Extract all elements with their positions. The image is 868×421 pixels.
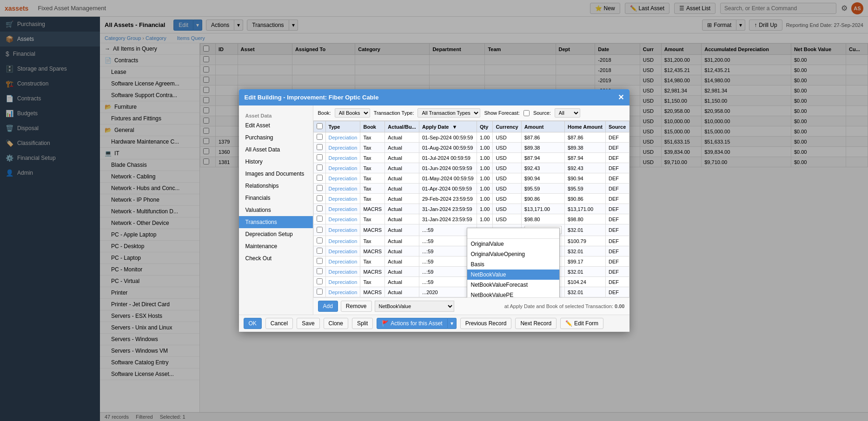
transaction-table-wrapper: Type Book Actual/Bu... Apply Date ▼ Qty … <box>313 121 629 297</box>
modal-close-button[interactable]: ✕ <box>618 93 624 102</box>
nav-depreciation-setup[interactable]: Depreciation Setup <box>239 228 313 240</box>
nav-purchasing[interactable]: Purchasing <box>239 132 313 144</box>
dropdown-search-input[interactable] <box>467 228 559 239</box>
trans-row-checkbox[interactable] <box>317 134 323 140</box>
nav-history[interactable]: History <box>239 156 313 168</box>
transaction-row: Depreciation Tax Actual 01-Sep-2024 00:5… <box>313 132 629 143</box>
th-checkbox <box>313 121 325 132</box>
balance-info: at Apply Date and Book of selected Trans… <box>504 303 625 309</box>
remove-transaction-button[interactable]: Remove <box>341 301 372 312</box>
modal-nav: Asset Data Edit Asset Purchasing All Ass… <box>239 105 313 315</box>
trans-row-checkbox[interactable] <box>317 248 323 254</box>
trans-type-link[interactable]: Depreciation <box>329 155 358 161</box>
edit-form-button[interactable]: ✏️ Edit Form <box>560 318 603 329</box>
trans-row-checkbox[interactable] <box>317 278 323 284</box>
trans-type-link[interactable]: Depreciation <box>329 196 358 202</box>
dropdown-item-basis[interactable]: Basis <box>467 259 559 270</box>
trans-row-checkbox[interactable] <box>317 227 323 233</box>
flag-icon: 🚩 <box>382 320 389 327</box>
trans-type-link[interactable]: Depreciation <box>329 289 358 295</box>
nav-maintenance[interactable]: Maintenance <box>239 240 313 252</box>
dropdown-item-net-book-value-forecast[interactable]: NetBookValueForecast <box>467 280 559 290</box>
modal-title: Edit Building - Improvement: Fiber Optic… <box>245 94 379 101</box>
pencil-icon: ✏️ <box>565 320 572 327</box>
trans-type-link[interactable]: Depreciation <box>329 269 358 275</box>
trans-type-link[interactable]: Depreciation <box>329 186 358 191</box>
trans-row-checkbox[interactable] <box>317 195 323 201</box>
trans-row-checkbox[interactable] <box>317 216 323 222</box>
transaction-type-select[interactable]: All Transaction TypesDepreciationAdjustm… <box>417 108 480 118</box>
nav-edit-asset[interactable]: Edit Asset <box>239 119 313 132</box>
trans-type-link[interactable]: Depreciation <box>329 238 358 244</box>
nav-all-asset-data[interactable]: All Asset Data <box>239 144 313 156</box>
trans-row-checkbox[interactable] <box>317 258 323 264</box>
th-type[interactable]: Type <box>325 121 360 132</box>
trans-type-link[interactable]: Depreciation <box>329 227 358 233</box>
trans-type-link[interactable]: Depreciation <box>329 176 358 181</box>
transaction-row: Depreciation MACRS Actual 31-Jan-2024 23… <box>313 204 629 214</box>
balance-type-select[interactable]: OriginalValueOriginalValueOpeningBasisNe… <box>375 301 454 312</box>
clone-button[interactable]: Clone <box>324 318 348 329</box>
th-apply-date[interactable]: Apply Date ▼ <box>419 121 477 132</box>
trans-row-checkbox[interactable] <box>317 154 323 160</box>
select-all-trans-checkbox[interactable] <box>317 123 323 129</box>
th-source[interactable]: Source <box>606 121 629 132</box>
source-label: Source: <box>533 110 551 116</box>
show-forecast-checkbox[interactable] <box>523 110 530 116</box>
th-amount[interactable]: Amount <box>521 121 564 132</box>
trans-row-checkbox[interactable] <box>317 175 323 181</box>
dropdown-item-original-value[interactable]: OriginalValue <box>467 239 559 249</box>
th-currency[interactable]: Currency <box>493 121 521 132</box>
nav-financials[interactable]: Financials <box>239 192 313 204</box>
nav-section-asset-data: Asset Data <box>239 109 313 119</box>
cancel-button[interactable]: Cancel <box>265 318 293 329</box>
trans-type-link[interactable]: Depreciation <box>329 217 358 222</box>
modal-body: Asset Data Edit Asset Purchasing All Ass… <box>239 105 629 315</box>
book-select[interactable]: All BooksTaxMACRSGAAP <box>335 108 370 118</box>
nav-images-documents[interactable]: Images and Documents <box>239 168 313 180</box>
nav-valuations[interactable]: Valuations <box>239 204 313 216</box>
trans-type-link[interactable]: Depreciation <box>329 165 358 171</box>
trans-type-link[interactable]: Depreciation <box>329 206 358 212</box>
trans-type-link[interactable]: Depreciation <box>329 135 358 140</box>
next-record-button[interactable]: Next Record <box>515 318 557 329</box>
split-button[interactable]: Split <box>352 318 373 329</box>
modal-transactions-footer: Add Remove OriginalValueOriginalValueOpe… <box>313 297 629 315</box>
trans-type-link[interactable]: Depreciation <box>329 145 358 151</box>
trans-row-checkbox[interactable] <box>317 144 323 150</box>
trans-type-link[interactable]: Depreciation <box>329 279 358 285</box>
actions-for-asset-button[interactable]: 🚩 Actions for this Asset <box>377 318 447 329</box>
transaction-row: Depreciation Tax Actual 01-Apr-2024 00:5… <box>313 184 629 194</box>
save-button[interactable]: Save <box>297 318 319 329</box>
edit-modal: Edit Building - Improvement: Fiber Optic… <box>239 89 629 332</box>
ok-button[interactable]: OK <box>244 318 262 329</box>
transaction-row: Depreciation Tax Actual 31-Jan-2024 23:5… <box>313 214 629 224</box>
th-qty[interactable]: Qty <box>477 121 492 132</box>
trans-row-checkbox[interactable] <box>317 185 323 191</box>
modal-content: Book: All BooksTaxMACRSGAAP Transaction … <box>313 105 629 315</box>
transaction-row: Depreciation Tax Actual 29-Feb-2024 23:5… <box>313 194 629 204</box>
dropdown-item-original-value-opening[interactable]: OriginalValueOpening <box>467 249 559 259</box>
trans-row-checkbox[interactable] <box>317 268 323 274</box>
trans-row-checkbox[interactable] <box>317 237 323 243</box>
nav-check-out[interactable]: Check Out <box>239 252 313 264</box>
sort-icon: ▼ <box>452 124 457 130</box>
nav-transactions[interactable]: Transactions <box>239 216 313 228</box>
show-forecast-label: Show Forecast: <box>484 110 519 116</box>
th-actual[interactable]: Actual/Bu... <box>385 121 419 132</box>
trans-type-link[interactable]: Depreciation <box>329 259 358 264</box>
previous-record-button[interactable]: Previous Record <box>460 318 512 329</box>
nav-relationships[interactable]: Relationships <box>239 180 313 192</box>
add-transaction-button[interactable]: Add <box>318 301 338 312</box>
th-book[interactable]: Book <box>360 121 385 132</box>
trans-row-checkbox[interactable] <box>317 205 323 211</box>
th-home-amount[interactable]: Home Amount <box>565 121 606 132</box>
actions-for-asset-dropdown[interactable]: ▾ <box>448 318 457 329</box>
trans-row-checkbox[interactable] <box>317 289 323 295</box>
dropdown-item-net-book-value-pe[interactable]: NetBookValuePE <box>467 290 559 297</box>
dropdown-item-net-book-value[interactable]: NetBookValue <box>467 270 559 280</box>
trans-type-link[interactable]: Depreciation <box>329 249 358 254</box>
book-label: Book: <box>318 110 331 116</box>
source-select[interactable]: AllDEFMAN <box>555 108 580 118</box>
trans-row-checkbox[interactable] <box>317 164 323 171</box>
